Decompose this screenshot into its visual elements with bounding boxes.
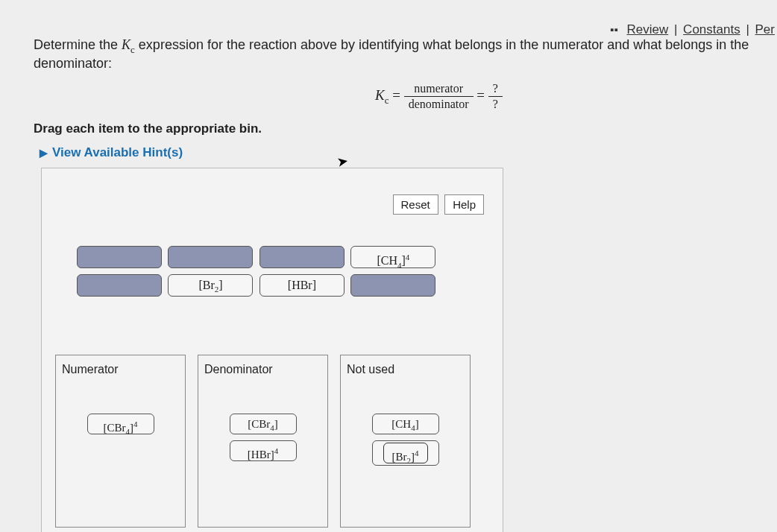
periodic-link[interactable]: Per <box>755 22 775 37</box>
bin-title: Not used <box>347 363 464 376</box>
empty-slot[interactable] <box>350 274 435 297</box>
view-hints-toggle[interactable]: ▶View Available Hint(s) <box>40 145 777 160</box>
bin-title: Numerator <box>62 363 179 376</box>
chip-br2-4[interactable]: [Br2]4 <box>372 440 439 466</box>
help-button[interactable]: Help <box>444 194 484 215</box>
chip-ch4-4[interactable]: [CH4]4 <box>350 246 435 268</box>
empty-slot[interactable] <box>259 246 345 268</box>
bin-title: Denominator <box>204 363 321 376</box>
empty-slot[interactable] <box>77 246 162 268</box>
chevron-right-icon: ▶ <box>40 147 48 159</box>
eq-num1: numerator <box>404 82 474 97</box>
bin-numerator[interactable]: Numerator [CBr4]4 <box>55 355 186 528</box>
chip-hbr-4[interactable]: [HBr]4 <box>230 440 297 461</box>
chip-hbr[interactable]: [HBr] <box>259 274 345 297</box>
chip-br2[interactable]: [Br2] <box>168 274 253 297</box>
review-link[interactable]: Review <box>626 22 668 37</box>
eq-den1: denominator <box>404 97 474 111</box>
eq-den2: ? <box>488 97 503 111</box>
chip-ch4[interactable]: [CH4] <box>372 414 439 434</box>
constants-link[interactable]: Constants <box>683 22 740 37</box>
reset-button[interactable]: Reset <box>393 194 438 215</box>
bin-denominator[interactable]: Denominator [CBr4] [HBr]4 <box>198 355 328 528</box>
bin-notused[interactable]: Not used [CH4] [Br2]4 <box>340 355 471 528</box>
empty-slot[interactable] <box>168 246 253 268</box>
question-text: Determine the Kc expression for the reac… <box>34 37 777 72</box>
work-area-buttons: Reset Help <box>390 194 485 215</box>
chip-cbr4-4[interactable]: [CBr4]4 <box>87 414 154 434</box>
review-icon: ▪▪ <box>610 23 618 36</box>
eq-num2: ? <box>488 82 503 97</box>
source-items: [CH4]4 [Br2] [HBr] <box>75 243 478 300</box>
work-area: Reset Help [CH4]4 [Br2] [HBr] Numerator … <box>41 168 503 532</box>
equation: Kc = numerator denominator = ? ? <box>34 82 777 111</box>
bins-row: Numerator [CBr4]4 Denominator [CBr4] [HB… <box>55 355 471 528</box>
top-links: ▪▪ Review | Constants | Per <box>610 22 777 37</box>
chip-cbr4[interactable]: [CBr4] <box>230 414 297 434</box>
drag-instruction: Drag each item to the appropriate bin. <box>34 121 777 136</box>
empty-slot[interactable] <box>77 274 162 297</box>
